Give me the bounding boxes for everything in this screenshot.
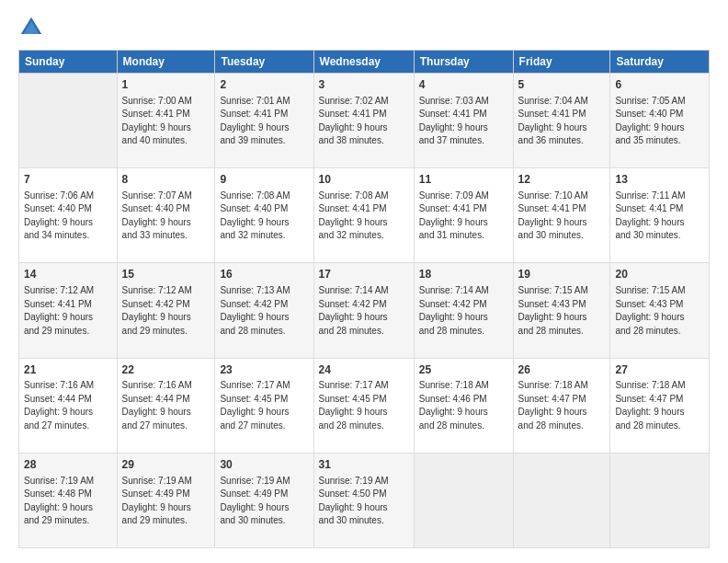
day-number: 13 — [615, 172, 704, 188]
calendar-week-row: 21Sunrise: 7:16 AM Sunset: 4:44 PM Dayli… — [19, 358, 710, 453]
day-info: Sunrise: 7:04 AM Sunset: 4:41 PM Dayligh… — [518, 95, 606, 148]
calendar-cell: 2Sunrise: 7:01 AM Sunset: 4:41 PM Daylig… — [215, 74, 313, 168]
calendar-cell: 13Sunrise: 7:11 AM Sunset: 4:41 PM Dayli… — [610, 168, 710, 263]
calendar-cell: 19Sunrise: 7:15 AM Sunset: 4:43 PM Dayli… — [513, 263, 610, 358]
column-header-saturday: Saturday — [610, 51, 710, 74]
day-number: 5 — [518, 77, 606, 93]
calendar-cell: 1Sunrise: 7:00 AM Sunset: 4:41 PM Daylig… — [117, 74, 215, 168]
column-header-tuesday: Tuesday — [215, 51, 313, 74]
day-info: Sunrise: 7:16 AM Sunset: 4:44 PM Dayligh… — [24, 379, 112, 432]
day-info: Sunrise: 7:19 AM Sunset: 4:50 PM Dayligh… — [319, 475, 409, 528]
calendar-cell: 9Sunrise: 7:08 AM Sunset: 4:40 PM Daylig… — [215, 168, 313, 263]
calendar-cell: 4Sunrise: 7:03 AM Sunset: 4:41 PM Daylig… — [414, 74, 513, 168]
calendar-page: SundayMondayTuesdayWednesdayThursdayFrid… — [0, 0, 728, 563]
calendar-cell — [19, 74, 118, 168]
day-number: 11 — [419, 172, 508, 188]
day-info: Sunrise: 7:15 AM Sunset: 4:43 PM Dayligh… — [615, 284, 704, 338]
day-info: Sunrise: 7:05 AM Sunset: 4:40 PM Dayligh… — [615, 95, 704, 148]
day-info: Sunrise: 7:08 AM Sunset: 4:40 PM Dayligh… — [220, 190, 308, 243]
day-number: 10 — [319, 172, 409, 188]
day-info: Sunrise: 7:14 AM Sunset: 4:42 PM Dayligh… — [419, 284, 508, 338]
day-info: Sunrise: 7:19 AM Sunset: 4:49 PM Dayligh… — [122, 475, 210, 528]
day-number: 8 — [122, 172, 210, 188]
calendar-cell: 3Sunrise: 7:02 AM Sunset: 4:41 PM Daylig… — [313, 74, 414, 168]
day-info: Sunrise: 7:14 AM Sunset: 4:42 PM Dayligh… — [319, 284, 409, 338]
day-info: Sunrise: 7:08 AM Sunset: 4:41 PM Dayligh… — [319, 190, 409, 243]
day-number: 12 — [518, 172, 606, 188]
column-header-monday: Monday — [117, 51, 215, 74]
day-info: Sunrise: 7:07 AM Sunset: 4:40 PM Dayligh… — [122, 190, 210, 243]
day-number: 24 — [319, 362, 409, 378]
day-info: Sunrise: 7:19 AM Sunset: 4:49 PM Dayligh… — [220, 475, 308, 528]
day-info: Sunrise: 7:16 AM Sunset: 4:44 PM Dayligh… — [122, 379, 210, 432]
day-number: 17 — [319, 267, 409, 282]
calendar-week-row: 7Sunrise: 7:06 AM Sunset: 4:40 PM Daylig… — [19, 168, 710, 263]
day-info: Sunrise: 7:06 AM Sunset: 4:40 PM Dayligh… — [24, 190, 112, 243]
calendar-cell: 18Sunrise: 7:14 AM Sunset: 4:42 PM Dayli… — [414, 263, 513, 358]
day-number: 30 — [220, 457, 308, 473]
day-number: 20 — [615, 267, 704, 282]
calendar-week-row: 1Sunrise: 7:00 AM Sunset: 4:41 PM Daylig… — [19, 74, 710, 168]
calendar-cell: 24Sunrise: 7:17 AM Sunset: 4:45 PM Dayli… — [313, 358, 414, 453]
calendar-cell: 6Sunrise: 7:05 AM Sunset: 4:40 PM Daylig… — [610, 74, 710, 168]
calendar-header-row: SundayMondayTuesdayWednesdayThursdayFrid… — [19, 51, 710, 74]
calendar-cell: 31Sunrise: 7:19 AM Sunset: 4:50 PM Dayli… — [313, 453, 414, 547]
day-info: Sunrise: 7:17 AM Sunset: 4:45 PM Dayligh… — [220, 379, 308, 432]
calendar-cell: 21Sunrise: 7:16 AM Sunset: 4:44 PM Dayli… — [19, 358, 118, 453]
calendar-cell: 23Sunrise: 7:17 AM Sunset: 4:45 PM Dayli… — [215, 358, 313, 453]
calendar-cell — [513, 453, 610, 547]
day-number: 23 — [220, 362, 308, 378]
day-info: Sunrise: 7:19 AM Sunset: 4:48 PM Dayligh… — [24, 475, 112, 528]
column-header-friday: Friday — [513, 51, 610, 74]
day-number: 25 — [419, 362, 508, 378]
day-number: 22 — [122, 362, 210, 378]
day-info: Sunrise: 7:02 AM Sunset: 4:41 PM Dayligh… — [319, 95, 409, 148]
day-info: Sunrise: 7:00 AM Sunset: 4:41 PM Dayligh… — [122, 95, 210, 148]
day-number: 9 — [220, 172, 308, 188]
calendar-cell: 15Sunrise: 7:12 AM Sunset: 4:42 PM Dayli… — [117, 263, 215, 358]
day-number: 2 — [220, 77, 308, 93]
calendar-cell: 27Sunrise: 7:18 AM Sunset: 4:47 PM Dayli… — [610, 358, 710, 453]
calendar-cell: 30Sunrise: 7:19 AM Sunset: 4:49 PM Dayli… — [215, 453, 313, 547]
header — [18, 15, 710, 40]
day-number: 16 — [220, 267, 308, 282]
day-number: 3 — [319, 77, 409, 93]
day-info: Sunrise: 7:09 AM Sunset: 4:41 PM Dayligh… — [419, 190, 508, 243]
day-info: Sunrise: 7:12 AM Sunset: 4:41 PM Dayligh… — [24, 284, 112, 338]
column-header-wednesday: Wednesday — [313, 51, 414, 74]
day-info: Sunrise: 7:15 AM Sunset: 4:43 PM Dayligh… — [518, 284, 606, 338]
day-number: 29 — [122, 457, 210, 473]
day-info: Sunrise: 7:18 AM Sunset: 4:47 PM Dayligh… — [615, 379, 704, 432]
calendar-cell: 28Sunrise: 7:19 AM Sunset: 4:48 PM Dayli… — [19, 453, 118, 547]
calendar-cell: 16Sunrise: 7:13 AM Sunset: 4:42 PM Dayli… — [215, 263, 313, 358]
calendar-cell: 5Sunrise: 7:04 AM Sunset: 4:41 PM Daylig… — [513, 74, 610, 168]
day-number: 6 — [615, 77, 704, 93]
day-number: 15 — [122, 267, 210, 282]
day-info: Sunrise: 7:11 AM Sunset: 4:41 PM Dayligh… — [615, 190, 704, 243]
calendar-cell: 22Sunrise: 7:16 AM Sunset: 4:44 PM Dayli… — [117, 358, 215, 453]
column-header-sunday: Sunday — [19, 51, 118, 74]
day-number: 7 — [24, 172, 112, 188]
day-info: Sunrise: 7:18 AM Sunset: 4:46 PM Dayligh… — [419, 379, 508, 432]
calendar-week-row: 14Sunrise: 7:12 AM Sunset: 4:41 PM Dayli… — [19, 263, 710, 358]
day-number: 26 — [518, 362, 606, 378]
calendar-cell: 11Sunrise: 7:09 AM Sunset: 4:41 PM Dayli… — [414, 168, 513, 263]
logo-icon — [18, 15, 44, 40]
day-number: 1 — [122, 77, 210, 93]
logo — [18, 15, 48, 40]
calendar-cell — [610, 453, 710, 547]
day-info: Sunrise: 7:12 AM Sunset: 4:42 PM Dayligh… — [122, 284, 210, 338]
calendar-cell: 17Sunrise: 7:14 AM Sunset: 4:42 PM Dayli… — [313, 263, 414, 358]
day-number: 14 — [24, 267, 112, 282]
column-header-thursday: Thursday — [414, 51, 513, 74]
calendar-cell: 12Sunrise: 7:10 AM Sunset: 4:41 PM Dayli… — [513, 168, 610, 263]
calendar-cell: 7Sunrise: 7:06 AM Sunset: 4:40 PM Daylig… — [19, 168, 118, 263]
day-info: Sunrise: 7:03 AM Sunset: 4:41 PM Dayligh… — [419, 95, 508, 148]
calendar-cell: 29Sunrise: 7:19 AM Sunset: 4:49 PM Dayli… — [117, 453, 215, 547]
day-number: 4 — [419, 77, 508, 93]
day-info: Sunrise: 7:17 AM Sunset: 4:45 PM Dayligh… — [319, 379, 409, 432]
calendar-cell: 20Sunrise: 7:15 AM Sunset: 4:43 PM Dayli… — [610, 263, 710, 358]
calendar-cell: 26Sunrise: 7:18 AM Sunset: 4:47 PM Dayli… — [513, 358, 610, 453]
day-number: 21 — [24, 362, 112, 378]
day-info: Sunrise: 7:18 AM Sunset: 4:47 PM Dayligh… — [518, 379, 606, 432]
